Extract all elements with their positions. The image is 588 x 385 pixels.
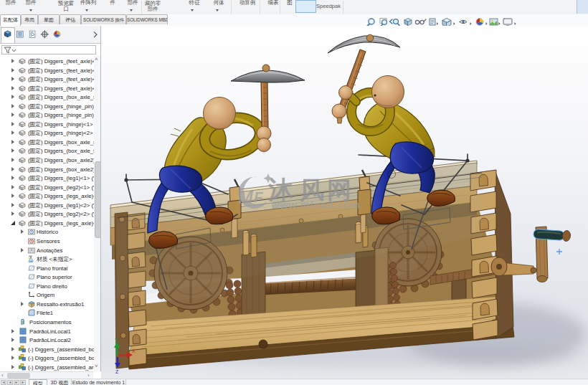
svg-text:Y: Y: [115, 338, 118, 343]
svg-text:X: X: [132, 348, 136, 353]
svg-text:F: F: [254, 189, 264, 205]
svg-text:Z: Z: [115, 369, 119, 374]
svg-text:www.mfcad.com: www.mfcad.com: [270, 199, 360, 211]
svg-text:M: M: [238, 187, 254, 207]
